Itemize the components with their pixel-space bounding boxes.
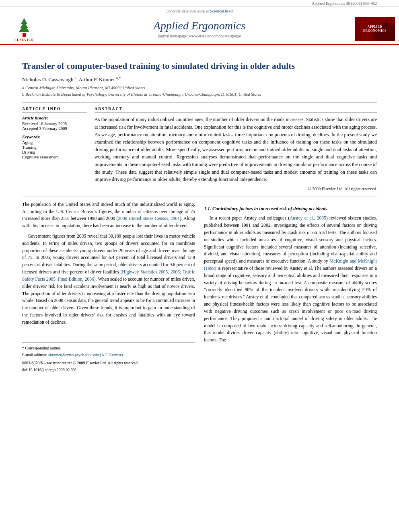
affiliations: a Central Michigan University, Mount Ple… — [22, 85, 377, 98]
right-para-1: In a recent paper Anstey and colleagues … — [204, 215, 377, 344]
anstey-link[interactable]: Anstey et al., 2005 — [290, 216, 326, 220]
sciencedirect-link[interactable]: ScienceDirect — [210, 9, 234, 13]
article-received: Received 16 January 2008 — [22, 121, 86, 126]
authors-line: Nicholas D. Cassavaugh a, Arthur F. Kram… — [22, 76, 377, 83]
email-address[interactable]: akramer@cyrus.psych.uiuc.edu (A.F. Krame… — [48, 353, 124, 357]
page-citation: Applied Ergonomics 40 (2009) 943–952 — [0, 0, 399, 7]
article-info-label: ARTICLE INFO — [22, 107, 86, 113]
section-heading-1-1: 1.1. Contributory factors to increased r… — [204, 205, 377, 213]
issn-line: 0003-6870/$ – see front matter © 2009 El… — [22, 360, 195, 366]
divider-1 — [22, 102, 377, 103]
census-link[interactable]: 2000 United States Census, 2001 — [118, 216, 180, 221]
left-para-1: The population of the United States and … — [22, 201, 195, 230]
divider-2 — [22, 197, 377, 197]
abstract-label: ABSTRACT — [95, 107, 377, 113]
journal-logo-right: APPLIEDERGONOMICS — [355, 17, 395, 41]
main-text-section: The population of the United States and … — [22, 201, 377, 373]
corresponding-author-note: * Corresponding author. — [22, 345, 195, 351]
sciencedirect-prefix: Contents lists available at — [165, 9, 209, 13]
author-names: Nicholas D. Cassavaugh a, Arthur F. Kram… — [22, 76, 121, 82]
abstract-text: As the population of many industrialized… — [95, 116, 377, 183]
keyword-aging: Aging — [22, 140, 86, 145]
keyword-training: Training — [22, 145, 86, 150]
highway-stats-link[interactable]: Highway Statistics 2005, 2006; Traffic S… — [22, 269, 195, 281]
right-text-column: 1.1. Contributory factors to increased r… — [204, 201, 377, 373]
left-para-2: Government figures from 2005 reveal that… — [22, 233, 195, 326]
journal-title-block: Applied Ergonomics journal homepage: www… — [44, 20, 355, 38]
article-info-abstract-section: ARTICLE INFO Article history: Received 1… — [22, 107, 377, 191]
keywords-section: Keywords: Aging Training Driving Cogniti… — [22, 135, 86, 159]
page: Applied Ergonomics 40 (2009) 943–952 Con… — [0, 0, 399, 532]
elsevier-logo: ELSEVIER — [4, 16, 44, 42]
journal-main-title: Applied Ergonomics — [44, 20, 355, 32]
mcknight-link[interactable]: McKnight and McKnight (1999) — [204, 259, 377, 271]
affiliation-b: b Beckman Institute & Department of Psyc… — [22, 91, 377, 98]
article-accepted: Accepted 3 February 2009 — [22, 126, 86, 131]
affiliation-a: a Central Michigan University, Mount Ple… — [22, 85, 377, 91]
article-title: Transfer of computer-based training to s… — [22, 60, 377, 72]
article-body: Transfer of computer-based training to s… — [0, 45, 399, 381]
journal-homepage: journal homepage: www.elsevier.com/locat… — [44, 34, 355, 38]
abstract-column: ABSTRACT As the population of many indus… — [95, 107, 377, 191]
email-note: E-mail address: akramer@cyrus.psych.uiuc… — [22, 352, 195, 358]
footnote-divider — [22, 342, 195, 343]
keywords-label: Keywords: — [22, 135, 86, 139]
citation-text: Applied Ergonomics 40 (2009) 943–952 — [312, 1, 377, 6]
copyright-notice: © 2009 Elsevier Ltd. All rights reserved… — [95, 187, 377, 191]
svg-rect-0 — [23, 33, 26, 37]
svg-marker-3 — [19, 25, 30, 32]
doi-line: doi:10.1016/j.apergo.2009.02.001 — [22, 367, 195, 373]
footnotes-section: * Corresponding author. E-mail address: … — [22, 342, 195, 373]
keyword-cognitive-assessment: Cognitive assessment — [22, 155, 86, 159]
left-text-column: The population of the United States and … — [22, 201, 195, 373]
homepage-text: journal homepage: www.elsevier.com/locat… — [158, 34, 241, 38]
keyword-driving: Driving — [22, 150, 86, 154]
article-info-column: ARTICLE INFO Article history: Received 1… — [22, 107, 86, 191]
elsevier-label-text: ELSEVIER — [4, 38, 44, 42]
email-label: E-mail address: — [22, 353, 47, 357]
article-history-label: Article history: — [22, 116, 86, 120]
